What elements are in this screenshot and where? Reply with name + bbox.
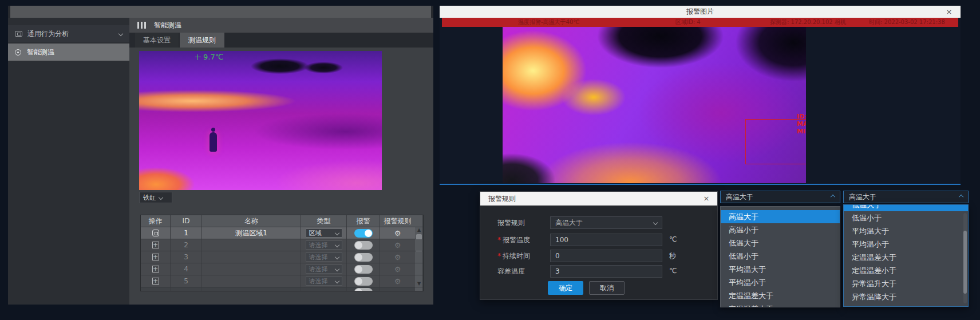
alarm-temperature-input[interactable] [550,234,662,246]
add-region-icon[interactable]: + [152,242,159,248]
rule-select[interactable]: 高温大于 [843,191,969,203]
menu-option[interactable]: 低温大于 [721,236,840,250]
menu-option[interactable]: 平均温小于 [844,238,968,251]
gear-icon: ⚙ [394,278,401,285]
table-row[interactable]: 1 测温区域1 区域 ⚙ ▲ [141,227,423,239]
duration-input[interactable] [550,250,662,262]
alarm-toggle[interactable] [354,241,373,250]
rule-dropdown-right: 高温大于 低温大于 低温小于 平均温大于 平均温小于 定温温差大于 定温温差小于… [843,191,969,203]
alarm-rule-dialog: 报警规则 × 报警规则 高温大于 报警温度 ℃ 持续时间 秒 [480,191,718,300]
behavior-analysis-icon [15,31,22,37]
spot-temperature-overlay: 9.7℃ [195,53,223,61]
col-header-alarm: 报警 [347,215,380,227]
chevron-down-icon [334,231,339,235]
panel-header: 智能测温 [129,18,433,33]
type-select-disabled: 请选择 [306,276,342,286]
scrollbar-up-arrow[interactable]: ▲ [415,227,423,233]
menu-option[interactable]: 低温小于 [844,211,968,224]
rule-options-menu: 低温大于 低温小于 平均温大于 平均温小于 定温温差大于 定温温差小于 异常温升… [843,204,969,307]
dialog-body: 报警规则 高温大于 报警温度 ℃ 持续时间 秒 容差温度 ℃ [480,206,717,299]
alarm-toggle[interactable] [354,229,373,238]
screen: 通用行为分析 智能测温 智能测温 基本设置 测温规则 [0,0,980,320]
menu-option[interactable]: 异常温升大于 [844,277,968,290]
rule-dropdown-left: 高温大于 高温大于 高温小于 低温大于 低温小于 平均温大于 平均温小于 定温温… [720,191,840,203]
window-top-bar [10,6,431,18]
alarm-region-text: 区域ID: 4 [675,18,701,27]
cancel-button[interactable]: 取消 [589,281,625,295]
alarm-toggle[interactable] [354,265,373,274]
menu-option-partial[interactable]: 低温大于 [844,205,968,211]
menu-option[interactable]: 平均温小于 [721,276,840,289]
alarm-info-bar: 温度报警-高温大于40℃ 区域ID: 4 探测器: 172.20.20.102 … [442,18,958,27]
dialog-title: 报警规则 [488,194,516,204]
menu-option[interactable]: 高温大于 [721,210,840,223]
menu-scrollbar-thumb[interactable] [963,231,967,294]
sidebar-item-smart-temperature[interactable]: 智能测温 [8,44,129,61]
menu-option[interactable]: 平均温大于 [844,224,968,238]
chevron-down-icon [334,255,339,259]
chevron-down-icon [334,267,339,271]
temperature-measure-icon [15,49,21,56]
thermal-preview-image[interactable]: 9.7℃ [139,51,382,190]
spot-crosshair-icon [195,54,201,60]
alarm-toggle[interactable] [354,277,373,286]
gear-icon: ⚙ [394,242,401,249]
sidebar-group-behavior-analysis[interactable]: 通用行为分析 [8,25,129,42]
menu-option[interactable]: 高温小于 [721,223,840,236]
chevron-down-icon [653,220,658,225]
tolerance-input[interactable] [550,265,662,278]
table-row[interactable]: + 3 请选择 ⚙ [141,251,423,263]
alarm-time-text: 时间: 2022-03-02 17:21:38 [869,18,945,27]
col-header-op: 操作 [141,215,171,227]
sidebar-group-label: 通用行为分析 [27,29,69,39]
palette-select[interactable]: 铁红 [139,192,172,203]
field-alarm-rule: 报警规则 高温大于 [480,216,717,229]
menu-option[interactable]: 低温小于 [721,250,840,263]
rule-select[interactable]: 高温大于 [720,191,840,203]
chevron-down-icon [334,279,339,283]
dialog-title-bar: 报警规则 × [480,192,717,206]
close-icon[interactable]: × [943,6,955,18]
close-icon[interactable]: × [701,192,712,206]
panel-title: 智能测温 [154,21,181,30]
field-alarm-temperature: 报警温度 ℃ [480,234,717,246]
region-select-icon[interactable] [152,230,159,236]
table-scrollbar-top [415,215,423,227]
menu-option[interactable]: 定温温差大于 [721,289,840,302]
region-max-text: MAX:45.6C [797,120,806,128]
type-select-disabled: 请选择 [306,252,342,262]
col-header-type: 类型 [301,215,347,227]
menu-option[interactable]: 定温温差大于 [844,251,968,264]
tab-bar: 基本设置 测温规则 [129,33,433,48]
alarm-rule-select[interactable]: 高温大于 [550,216,662,229]
dialog-title-bar: 报警图片 × [440,6,961,18]
menu-option[interactable]: 定温温差小于 [721,302,840,307]
chevron-down-icon [118,31,123,36]
confirm-button[interactable]: 确定 [548,281,583,295]
menu-option[interactable]: 异常温降大于 [844,290,968,303]
menu-option[interactable]: 定温温差小于 [844,264,968,277]
alarm-type-text: 温度报警-高温大于40℃ [518,18,580,27]
type-select-disabled: 请选择 [306,264,342,274]
scrollbar-down-arrow[interactable]: ▼ [415,281,423,287]
add-region-icon[interactable]: + [152,278,159,285]
gear-icon[interactable]: ⚙ [394,230,401,237]
alarm-thermal-image: ID:4 MAX:45.6C MIN:25.0C [503,27,806,183]
main-panel: 智能测温 基本设置 测温规则 9.7℃ [129,18,433,305]
tab-measure-rules[interactable]: 测温规则 [180,33,224,48]
menu-caret [737,206,744,210]
table-header-row: 操作 ID 名称 类型 报警 报警规则 [141,215,423,227]
type-select[interactable]: 区域 [306,228,342,238]
add-region-icon[interactable]: + [152,266,159,272]
col-header-id: ID [171,215,202,227]
table-row[interactable]: + 5 请选择 ⚙ ▼ [141,275,423,287]
chevron-up-icon [831,195,835,199]
alarm-toggle[interactable] [354,253,373,262]
table-row[interactable]: + 2 请选择 ⚙ [141,239,423,251]
table-row[interactable]: + 4 请选择 ⚙ [141,263,423,275]
menu-option[interactable]: 平均温大于 [721,263,840,276]
alarm-image-dialog: 报警图片 × 温度报警-高温大于40℃ 区域ID: 4 探测器: 172.20.… [440,6,961,185]
tab-basic-settings[interactable]: 基本设置 [135,33,179,48]
region-min-text: MIN:25.0C [797,128,806,135]
add-region-icon[interactable]: + [152,254,159,260]
